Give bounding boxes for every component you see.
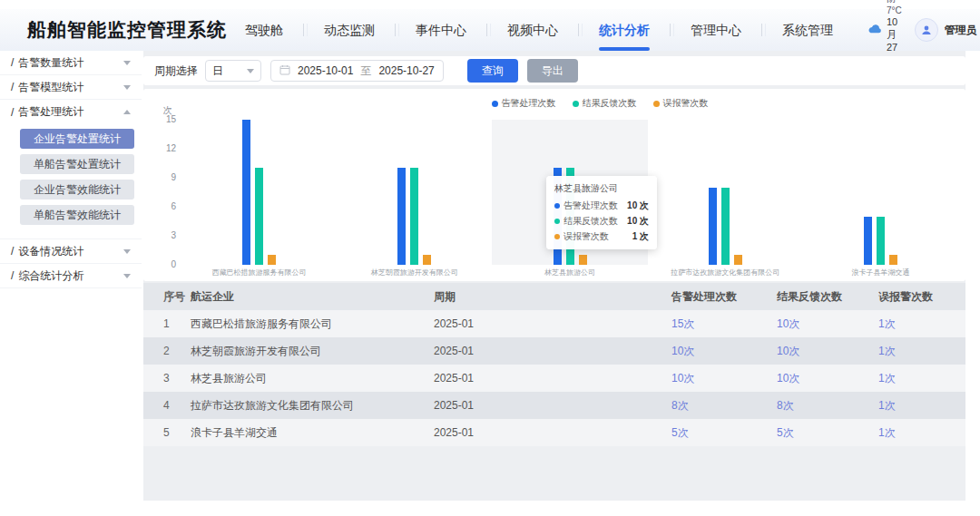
nav-divider: [670, 24, 671, 36]
feedback-count-link[interactable]: 8次: [775, 398, 877, 414]
bar: [877, 217, 885, 265]
data-table: 序号 航运企业 周期 告警处理次数 结果反馈次数 误报警次数 1 西藏巴松措旅游…: [143, 283, 965, 446]
tooltip-row: 误报警次数 1 次: [554, 230, 649, 243]
feedback-count-link[interactable]: 10次: [775, 344, 877, 359]
nav-item-statistics-analysis[interactable]: 统计分析: [581, 9, 668, 51]
tooltip-dot-icon: [554, 219, 560, 224]
sidebar-item-alarm-model-stats[interactable]: / 告警模型统计: [0, 75, 142, 100]
sidebar-subitem-enterprise-alarm-disposal[interactable]: 企业告警处置统计: [20, 129, 134, 149]
sidebar: / 告警数量统计 / 告警模型统计 / 告警处理统计 企业告警处置统计 单船告警…: [0, 51, 142, 503]
nav-item-video-center[interactable]: 视频中心: [489, 9, 576, 51]
filter-bar: 周期选择 日 2025-10-01 至 2025-10-27 查询 导出: [143, 56, 965, 85]
sidebar-subitem-enterprise-alarm-efficiency[interactable]: 企业告警效能统计: [20, 180, 134, 200]
chart-bar-group[interactable]: 拉萨市达孜旅游文化集团有限公司: [648, 120, 803, 265]
date-end-value: 2025-10-27: [378, 64, 434, 77]
false-alarm-count-link[interactable]: 1次: [877, 316, 951, 332]
avatar: [915, 18, 938, 42]
period-value: 2025-01: [432, 399, 670, 412]
nav-item-management-center[interactable]: 管理中心: [672, 9, 760, 51]
handled-count-link[interactable]: 10次: [670, 371, 775, 386]
chart-card: 告警处理次数 结果反馈次数 误报警次数 次 03691215 西藏巴松措旅游服务…: [143, 89, 965, 281]
tooltip-row: 结果反馈次数 10 次: [554, 215, 649, 228]
false-alarm-count-link[interactable]: 1次: [877, 344, 951, 359]
tooltip-row: 告警处理次数 10 次: [554, 200, 649, 212]
company-name: 林芝朝霞旅游开发有限公司: [189, 344, 432, 359]
tooltip-title: 林芝县旅游公司: [554, 182, 649, 195]
legend-item-result-feedback[interactable]: 结果反馈次数: [573, 97, 637, 110]
date-range-picker[interactable]: 2025-10-01 至 2025-10-27: [270, 60, 444, 82]
top-bar: 船舶智能监控管理系统 驾驶舱 动态监测 事件中心 视频中心 统计分析 管理中心 …: [0, 9, 980, 51]
company-name: 林芝县旅游公司: [189, 371, 432, 386]
column-header-handled: 告警处理次数: [670, 289, 775, 305]
period-value: 2025-01: [432, 426, 670, 439]
nav-divider: [578, 24, 579, 36]
chart-tooltip: 林芝县旅游公司 告警处理次数 10 次 结果反馈次数 10 次: [546, 176, 657, 249]
feedback-count-link[interactable]: 10次: [775, 371, 877, 386]
false-alarm-count-link[interactable]: 1次: [877, 371, 951, 386]
chevron-down-icon: [247, 69, 254, 73]
nav-divider: [761, 24, 762, 36]
bar: [864, 217, 872, 265]
y-axis-tick: 3: [171, 230, 176, 240]
bar: [242, 120, 250, 265]
bar-chart: 次 03691215 西藏巴松措旅游服务有限公司林芝朝霞旅游开发有限公司林芝县旅…: [156, 120, 958, 279]
calendar-icon: [279, 64, 290, 78]
y-axis-tick: 9: [171, 172, 176, 182]
legend-item-alarm-handled[interactable]: 告警处理次数: [492, 97, 556, 110]
nav-item-event-center[interactable]: 事件中心: [397, 9, 485, 51]
sidebar-item-alarm-handling-stats[interactable]: / 告警处理统计: [0, 100, 142, 124]
weather-condition: 阴7°C: [887, 0, 902, 16]
search-button[interactable]: 查询: [467, 59, 518, 83]
sidebar-item-comprehensive-stats[interactable]: / 综合统计分析: [0, 264, 142, 288]
handled-count-link[interactable]: 10次: [670, 344, 775, 359]
legend-dot-icon: [653, 101, 660, 107]
chevron-down-icon: [123, 61, 131, 65]
export-button[interactable]: 导出: [527, 59, 578, 83]
nav-divider: [303, 24, 304, 36]
bar: [709, 188, 717, 265]
legend-item-false-alarm[interactable]: 误报警次数: [653, 97, 709, 110]
bar: [268, 255, 276, 265]
bar: [423, 255, 431, 265]
table-header-row: 序号 航运企业 周期 告警处理次数 结果反馈次数 误报警次数: [143, 283, 965, 310]
chevron-down-icon: [123, 249, 131, 254]
column-header-false-alarm: 误报警次数: [877, 289, 951, 305]
table-row: 4 拉萨市达孜旅游文化集团有限公司 2025-01 8次 8次 1次: [143, 392, 965, 419]
handled-count-link[interactable]: 15次: [670, 316, 775, 332]
handled-count-link[interactable]: 8次: [670, 398, 775, 414]
chart-bar-group[interactable]: 浪卡子县羊湖交通: [803, 120, 958, 265]
y-axis-tick: 6: [171, 201, 176, 211]
nav-item-dynamic-monitoring[interactable]: 动态监测: [306, 9, 393, 51]
bar: [579, 255, 587, 265]
user-menu[interactable]: 管理员: [915, 18, 977, 42]
chart-bar-group[interactable]: 西藏巴松措旅游服务有限公司: [181, 120, 337, 265]
chart-bar-group[interactable]: 林芝朝霞旅游开发有限公司: [337, 120, 492, 265]
handled-count-link[interactable]: 5次: [670, 425, 775, 441]
chevron-down-icon: [123, 85, 131, 90]
chart-plot-area: 西藏巴松措旅游服务有限公司林芝朝霞旅游开发有限公司林芝县旅游公司拉萨市达孜旅游文…: [181, 120, 958, 265]
false-alarm-count-link[interactable]: 1次: [877, 425, 951, 441]
false-alarm-count-link[interactable]: 1次: [877, 398, 951, 414]
company-name: 拉萨市达孜旅游文化集团有限公司: [189, 398, 432, 414]
chevron-down-icon: [123, 274, 131, 278]
bar: [721, 188, 730, 265]
sidebar-subitem-single-ship-alarm-disposal[interactable]: 单船告警处置统计: [20, 154, 134, 174]
nav-item-system-management[interactable]: 系统管理: [764, 9, 851, 51]
nav-divider: [395, 24, 396, 36]
y-axis: 03691215: [156, 120, 178, 265]
sidebar-subitem-single-ship-alarm-efficiency[interactable]: 单船告警效能统计: [20, 205, 134, 225]
table-row: 3 林芝县旅游公司 2025-01 10次 10次 1次: [143, 365, 965, 392]
date-separator: 至: [360, 63, 371, 79]
feedback-count-link[interactable]: 10次: [775, 316, 877, 332]
sidebar-item-alarm-count-stats[interactable]: / 告警数量统计: [0, 51, 142, 75]
nav-item-cockpit[interactable]: 驾驶舱: [227, 9, 301, 51]
chart-legend: 告警处理次数 结果反馈次数 误报警次数: [189, 97, 980, 110]
bar: [255, 168, 263, 265]
sidebar-item-equipment-status-stats[interactable]: / 设备情况统计: [0, 239, 142, 264]
feedback-count-link[interactable]: 5次: [775, 425, 877, 441]
period-select[interactable]: 日: [205, 60, 261, 82]
main-content: 周期选择 日 2025-10-01 至 2025-10-27 查询 导出: [143, 51, 965, 501]
company-name: 西藏巴松措旅游服务有限公司: [189, 316, 432, 332]
tooltip-dot-icon: [554, 234, 560, 239]
period-select-label: 周期选择: [154, 63, 198, 79]
